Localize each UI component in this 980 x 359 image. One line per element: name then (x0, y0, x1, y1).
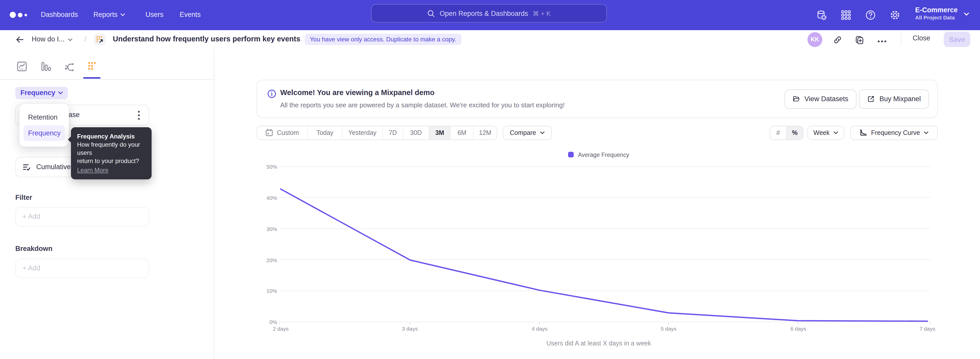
tab-funnels-icon[interactable] (40, 61, 52, 72)
y-tick-label: 20% (257, 257, 277, 263)
top-nav: Dashboards Reports Users Events Open Rep… (0, 0, 980, 30)
analysis-type-dropdown: Retention Frequency (19, 104, 69, 147)
range-7d[interactable]: 7D (383, 126, 403, 139)
tooltip-text: How frequently do your users (77, 140, 145, 156)
help-icon[interactable] (865, 10, 876, 21)
y-tick-label: 40% (257, 195, 277, 201)
range-today[interactable]: Today (308, 126, 342, 139)
active-tab-indicator (83, 77, 100, 79)
project-chevron-down-icon[interactable] (964, 12, 969, 16)
project-name: E-Commerce (915, 6, 958, 14)
report-canvas: Welcome! You are viewing a Mixpanel demo… (215, 49, 980, 359)
legend-swatch (568, 152, 574, 157)
frequency-report-icon (94, 34, 106, 45)
buy-mixpanel-button[interactable]: Buy Mixpanel (859, 89, 929, 108)
data-management-icon[interactable] (816, 10, 827, 21)
project-scope: All Project Data (915, 14, 958, 21)
view-only-notice[interactable]: You have view only access. Duplicate to … (305, 34, 461, 45)
breakdown-heading: Breakdown (15, 244, 52, 252)
filter-heading: Filter (15, 193, 32, 201)
report-type-tabs (0, 49, 214, 80)
settings-gear-icon[interactable] (890, 10, 900, 21)
y-tick-label: 0% (257, 319, 277, 325)
more-options-icon[interactable] (877, 37, 886, 46)
x-tick-label: 2 days (263, 325, 299, 332)
range-custom[interactable]: Custom (257, 126, 308, 139)
filter-add-button[interactable]: + Add (15, 207, 149, 226)
breadcrumb[interactable]: How do I... (32, 35, 72, 43)
range-30d[interactable]: 30D (403, 126, 429, 139)
chevron-down-icon (68, 38, 72, 41)
chevron-down-icon (924, 131, 929, 134)
chart-legend[interactable]: Average Frequency (257, 152, 941, 158)
demo-banner: Welcome! You are viewing a Mixpanel demo… (257, 80, 938, 118)
format-number[interactable]: # (770, 126, 787, 139)
breakdown-add-button[interactable]: + Add (15, 258, 149, 278)
dropdown-item-frequency[interactable]: Frequency (24, 125, 65, 141)
frequency-curve-icon (859, 129, 867, 136)
search-shortcut: ⌘ + K (533, 10, 550, 17)
search-placeholder: Open Reports & Dashboards (440, 10, 528, 17)
range-6m[interactable]: 6M (451, 126, 474, 139)
banner-subtitle: All the reports you see are powered by a… (280, 101, 565, 108)
compare-button[interactable]: Compare (503, 126, 552, 140)
value-format-toggle: # % (770, 126, 803, 140)
event-options-icon[interactable]: ••• (135, 110, 142, 121)
project-switcher[interactable]: E-Commerce All Project Data (915, 6, 958, 21)
close-button[interactable]: Close (913, 34, 930, 41)
date-range-control: Custom Today Yesterday 7D 30D 3M 6M 12M (257, 126, 497, 140)
nav-item-reports[interactable]: Reports (94, 0, 125, 30)
query-builder-sidebar: Frequency Purchase ••• Cumulative Freque… (0, 49, 215, 359)
view-datasets-button[interactable]: View Datasets (784, 89, 856, 108)
frequency-chart[interactable]: Average Frequency 50% 40% 30% 20% 10% 0%… (257, 148, 941, 353)
duplicate-icon[interactable] (855, 35, 864, 44)
nav-item-dashboards[interactable]: Dashboards (41, 0, 78, 30)
range-12m[interactable]: 12M (474, 126, 496, 139)
tab-flows-icon[interactable] (64, 61, 75, 72)
external-link-icon (867, 94, 875, 103)
tab-insights-icon[interactable] (16, 61, 27, 72)
checklist-icon (22, 162, 31, 171)
report-title: Understand how frequently users perform … (113, 35, 301, 43)
screen: Dashboards Reports Users Events Open Rep… (0, 0, 980, 359)
chart-caption: Users did A at least X days in a week (257, 340, 941, 347)
divider (901, 33, 901, 46)
mixpanel-logo-icon[interactable] (10, 11, 27, 18)
nav-item-users[interactable]: Users (145, 0, 164, 30)
search-icon (428, 10, 435, 17)
tooltip-title: Frequency Analysis (77, 132, 145, 140)
calendar-icon (266, 129, 273, 136)
y-tick-label: 10% (257, 287, 277, 294)
nav-item-events[interactable]: Events (180, 0, 201, 30)
chart-type-dropdown[interactable]: Frequency Curve (850, 126, 938, 140)
format-percent[interactable]: % (787, 126, 803, 139)
range-yesterday[interactable]: Yesterday (342, 126, 383, 139)
granularity-dropdown[interactable]: Week (808, 126, 844, 140)
range-3m[interactable]: 3M (429, 126, 451, 139)
avatar[interactable]: KK (808, 32, 822, 47)
chart-plot-area[interactable] (257, 148, 941, 332)
y-tick-label: 50% (257, 163, 277, 169)
global-search-input[interactable]: Open Reports & Dashboards ⌘ + K (371, 4, 607, 22)
tooltip-text: return to your product? (77, 156, 145, 165)
save-button[interactable]: Save (944, 32, 970, 47)
chevron-down-icon (540, 131, 545, 134)
chevron-down-icon (834, 131, 838, 134)
back-arrow-icon[interactable] (15, 35, 24, 44)
legend-label: Average Frequency (578, 152, 629, 158)
y-tick-label: 30% (257, 226, 277, 232)
banner-title: Welcome! You are viewing a Mixpanel demo (280, 88, 434, 96)
apps-grid-icon[interactable] (841, 10, 851, 21)
learn-more-link[interactable]: Learn More (77, 166, 108, 174)
x-tick-label: 4 days (522, 325, 557, 332)
x-tick-label: 7 days (910, 325, 945, 332)
breadcrumb-separator: / (84, 35, 86, 43)
folder-icon (793, 94, 800, 103)
dropdown-item-retention[interactable]: Retention (24, 109, 65, 125)
info-icon (267, 89, 276, 98)
x-tick-label: 6 days (780, 325, 816, 332)
tab-retention-icon[interactable] (87, 61, 98, 72)
frequency-tooltip: Frequency Analysis How frequently do you… (71, 127, 151, 179)
analysis-type-selector[interactable]: Frequency (15, 87, 68, 99)
copy-link-icon[interactable] (833, 35, 842, 44)
